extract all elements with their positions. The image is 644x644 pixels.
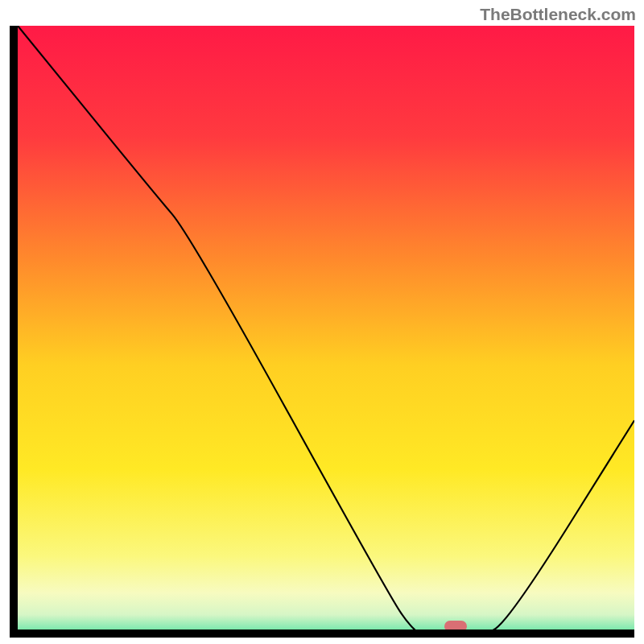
highlight-marker xyxy=(444,621,467,630)
bottleneck-curve xyxy=(18,26,634,630)
watermark-text: TheBottleneck.com xyxy=(480,5,636,24)
curve-overlay xyxy=(18,26,634,630)
plot-area xyxy=(18,26,634,630)
chart-frame xyxy=(10,26,634,638)
chart-container: TheBottleneck.com xyxy=(0,0,644,644)
